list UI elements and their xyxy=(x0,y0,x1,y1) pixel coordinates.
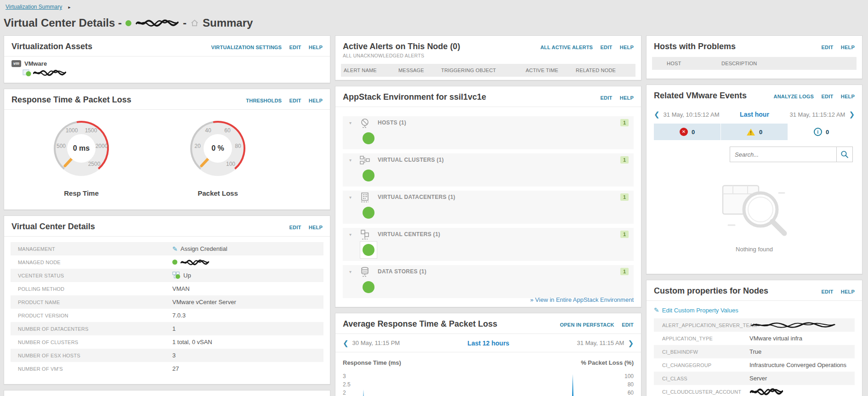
error-count: 0 xyxy=(692,129,695,136)
virtualization-settings-link[interactable]: VIRTUALIZATION SETTINGS xyxy=(211,45,282,50)
table-row: POLLING METHOD VMAN xyxy=(11,282,323,295)
appstack-group-label[interactable]: VIRTUAL CENTERS (1) xyxy=(378,228,440,241)
node-status-dot xyxy=(172,260,177,265)
appstack-group-label[interactable]: VIRTUAL CLUSTERS (1) xyxy=(378,153,444,166)
status-circle-up[interactable] xyxy=(363,281,374,293)
appstack-group-data-stores: ▾ DATA STORES (1) 1 xyxy=(343,265,634,298)
tab-errors[interactable]: ✕ 0 xyxy=(654,124,721,140)
count-badge: 1 xyxy=(620,156,629,164)
appstack-group-label[interactable]: HOSTS (1) xyxy=(378,116,406,129)
table-row: PRODUCT VERSION 7.0.3 xyxy=(11,309,323,322)
appstack-group-virtual-clusters: ▾ VIRTUAL CLUSTERS (1) 1 xyxy=(343,153,634,187)
table-row: CI_CHANGEGROUP Infrastructure Converged … xyxy=(654,358,855,372)
edit-link[interactable]: EDIT xyxy=(822,289,834,294)
panel-appstack: AppStack Environment for ssil1vc1e EDIT … xyxy=(335,86,641,307)
edit-link[interactable]: EDIT xyxy=(822,94,834,99)
panel-subtitle: ALL UNACKNOWLEDGED ALERTS xyxy=(343,53,460,58)
page-title-suffix: Summary xyxy=(203,17,253,29)
panel-title: AppStack Environment for ssil1vc1e xyxy=(343,92,486,102)
chevron-down-icon[interactable]: ▾ xyxy=(349,120,352,125)
time-forward-chevron-icon[interactable]: ❯ xyxy=(628,339,634,347)
column-header: DESCRIPTION xyxy=(721,61,857,66)
page-title-dash: - xyxy=(183,17,187,29)
chevron-down-icon[interactable]: ▾ xyxy=(349,158,352,163)
status-circle-up[interactable] xyxy=(363,132,374,144)
asset-node-item[interactable] xyxy=(23,69,323,77)
search-icon xyxy=(840,150,849,158)
status-circle-up[interactable] xyxy=(363,244,374,256)
assign-credential-link[interactable]: Assign Credential xyxy=(181,245,227,252)
tab-warnings[interactable]: ! 0 xyxy=(721,124,788,140)
table-row: NUMBER OF VM'S 27 xyxy=(11,362,323,375)
count-badge: 1 xyxy=(620,268,629,275)
time-range-label[interactable]: Last 12 hours xyxy=(403,339,573,347)
gauge-label: Resp Time xyxy=(51,189,111,197)
table-row: MANAGEMENT ✎ Assign Credential xyxy=(11,242,323,255)
packet-loss-gauge[interactable]: 20 40 60 80 100 0 % Packet Loss xyxy=(188,119,248,206)
all-active-alerts-link[interactable]: ALL ACTIVE ALERTS xyxy=(540,45,593,50)
thresholds-link[interactable]: THRESHOLDS xyxy=(246,98,282,103)
panel-title: Active Alerts on This Node (0) xyxy=(343,41,460,51)
help-link[interactable]: HELP xyxy=(620,45,634,50)
chevron-down-icon[interactable]: ▾ xyxy=(349,269,352,274)
count-badge: 1 xyxy=(620,119,629,126)
edit-link[interactable]: EDIT xyxy=(601,95,613,101)
page-title-prefix: Virtual Center Details - xyxy=(4,17,122,29)
gauge-tick: 1500 xyxy=(85,127,97,134)
analyze-logs-link[interactable]: ANALYZE LOGS xyxy=(774,94,814,99)
chevron-down-icon[interactable]: ▾ xyxy=(349,195,352,200)
time-back-chevron-icon[interactable]: ❮ xyxy=(343,339,349,347)
table-row: CI_BEHINDFW True xyxy=(654,345,855,358)
column-header: ALERT NAME xyxy=(344,68,398,73)
redacted-scribble xyxy=(180,259,210,266)
response-time-series xyxy=(335,372,641,396)
help-link[interactable]: HELP xyxy=(841,45,855,50)
help-link[interactable]: HELP xyxy=(309,98,323,103)
vcenter-status-icon xyxy=(172,272,181,279)
table-row: PRODUCT NAME VMware vCenter Server xyxy=(11,295,323,309)
panel-custom-properties: Custom properties for Nodes EDIT HELP ✎ … xyxy=(646,280,862,396)
search-input[interactable] xyxy=(730,147,836,162)
breadcrumb-link[interactable]: Virtualization Summary xyxy=(6,4,62,10)
help-link[interactable]: HELP xyxy=(841,94,855,99)
time-from-label: 30 May, 11:15 PM xyxy=(352,339,400,346)
response-time-gauge[interactable]: 500 1000 1500 2000 2500 0 ms Resp Time xyxy=(51,119,111,206)
table-row: CI_CLASS Server xyxy=(654,372,855,385)
panel-active-alerts: Active Alerts on This Node (0) ALL UNACK… xyxy=(335,35,641,80)
redacted-scribble xyxy=(33,69,67,76)
alerts-table-header: ALERT NAME MESSAGE TRIGGERING OBJECT ACT… xyxy=(341,64,635,77)
help-link[interactable]: HELP xyxy=(620,95,634,101)
cluster-icon xyxy=(359,155,370,166)
column-header: TRIGGERING OBJECT xyxy=(441,68,526,73)
edit-link[interactable]: EDIT xyxy=(289,45,301,50)
table-row: MANAGED NODE xyxy=(11,255,323,269)
appstack-group-label[interactable]: DATA STORES (1) xyxy=(378,265,426,278)
edit-link[interactable]: EDIT xyxy=(601,45,613,50)
help-link[interactable]: HELP xyxy=(309,45,323,50)
help-link[interactable]: HELP xyxy=(309,225,323,230)
column-header: HOST xyxy=(655,61,721,66)
table-row: NUMBER OF DATACENTERS 1 xyxy=(11,322,323,335)
chevron-down-icon[interactable]: ▾ xyxy=(349,232,352,237)
edit-link[interactable]: EDIT xyxy=(289,225,301,230)
edit-custom-property-values-link[interactable]: ✎ Edit Custom Property Values xyxy=(654,306,855,314)
view-entire-appstack-link[interactable]: » View in Entire AppStack Environment xyxy=(530,296,634,303)
time-back-chevron-icon[interactable]: ❮ xyxy=(654,110,660,119)
tab-informational[interactable]: i 0 xyxy=(788,124,855,140)
status-circle-up[interactable] xyxy=(363,170,374,181)
warning-icon: ! xyxy=(746,128,755,136)
edit-link[interactable]: EDIT xyxy=(622,322,634,328)
edit-link[interactable]: EDIT xyxy=(289,98,301,103)
time-to-label: 31 May, 11:15:12 AM xyxy=(789,111,845,118)
help-link[interactable]: HELP xyxy=(841,289,855,294)
panel-virtual-center-details: Virtual Center Details EDIT HELP MANAGEM… xyxy=(4,215,330,385)
appstack-group-label[interactable]: VIRTUAL DATACENTERS (1) xyxy=(378,191,455,204)
status-circle-up[interactable] xyxy=(363,207,374,219)
panel-title: Hosts with Problems xyxy=(654,41,736,51)
edit-link[interactable]: EDIT xyxy=(822,45,834,50)
panel-virtualization-assets: Virtualization Assets VIRTUALIZATION SET… xyxy=(4,35,330,83)
time-forward-chevron-icon[interactable]: ❯ xyxy=(849,110,855,119)
open-in-perfstack-link[interactable]: OPEN IN PERFSTACK xyxy=(560,322,614,328)
time-range-label[interactable]: Last hour xyxy=(723,111,786,118)
search-button[interactable] xyxy=(836,147,853,162)
